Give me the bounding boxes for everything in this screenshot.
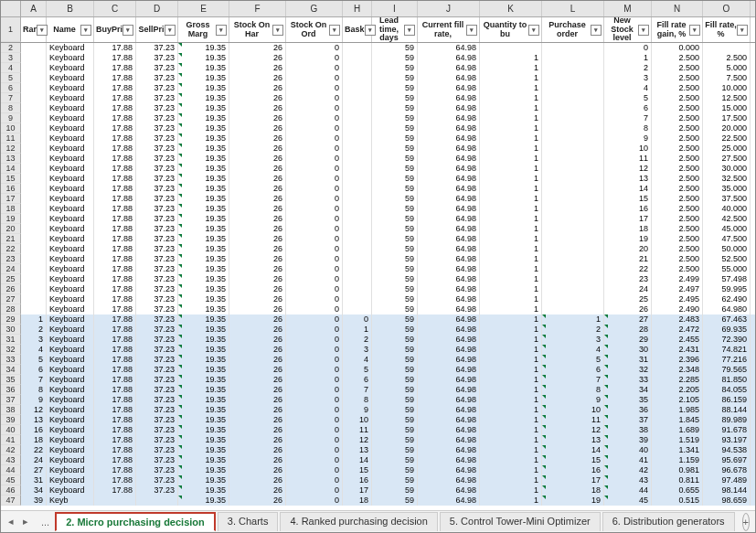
cell[interactable] [21,144,47,154]
cell[interactable] [136,496,178,506]
cell[interactable]: 17 [604,214,652,224]
cell[interactable]: 26 [229,53,286,63]
sheet-tab[interactable]: 6. Distribution generators [602,512,735,531]
row-header[interactable]: 46 [1,485,21,496]
col-header-M[interactable]: M [604,1,652,16]
cell[interactable]: 2.500 [652,224,703,234]
cell[interactable]: 64.98 [418,93,480,103]
cell[interactable]: 1 [480,244,542,254]
cell[interactable]: 37.23 [136,445,178,455]
col-header-L[interactable]: L [542,1,604,16]
cell[interactable]: 17.88 [94,465,136,475]
table-row[interactable]: 291Keyboard17.8837.2319.3526005964.98112… [1,314,755,325]
cell[interactable]: 17.88 [94,294,136,304]
cell[interactable] [542,274,604,284]
row-header[interactable]: 4 [1,63,21,73]
cell[interactable]: 26 [229,375,286,385]
cell[interactable]: Keyboard [47,103,94,113]
cell[interactable]: 1 [480,465,542,475]
cell[interactable]: Keyboard [47,345,94,355]
cell[interactable]: 64.98 [418,435,480,445]
cell[interactable]: 37.23 [136,475,178,485]
cell[interactable]: 0 [286,154,343,164]
cell[interactable]: Keyboard [47,244,94,254]
cell[interactable]: 31 [604,355,652,365]
cell[interactable]: 37.23 [136,325,178,335]
cell[interactable]: 2.483 [652,314,703,325]
cell[interactable]: 19.35 [178,224,229,234]
cell[interactable]: 24 [604,284,652,294]
cell[interactable]: 59 [372,93,418,103]
cell[interactable]: 17.88 [94,244,136,254]
cell[interactable]: 26 [229,284,286,294]
cell[interactable]: 59 [372,133,418,144]
cell[interactable]: 0 [286,63,343,73]
filter-dropdown-icon[interactable] [737,25,748,36]
cell[interactable]: 32.500 [703,174,751,184]
cell[interactable]: 19.35 [178,204,229,214]
cell[interactable]: 19.35 [178,214,229,224]
cell[interactable]: 96.678 [703,465,751,475]
cell[interactable]: 17.88 [94,475,136,485]
cell[interactable]: 95.697 [703,455,751,465]
cell[interactable]: 4 [542,345,604,355]
cell[interactable]: 17.88 [94,375,136,385]
cell[interactable]: 1 [480,154,542,164]
filter-dropdown-icon[interactable] [528,25,539,36]
row-header[interactable]: 9 [1,113,21,123]
cell[interactable]: 64.98 [418,224,480,234]
cell[interactable]: 26 [229,355,286,365]
cell[interactable]: 0 [286,405,343,415]
cell[interactable]: 5.000 [703,63,751,73]
cell[interactable]: 0 [286,244,343,254]
col-header-A[interactable]: A [21,1,47,16]
table-row[interactable]: 4634Keyboard17.8837.2319.35260175964.981… [1,485,755,496]
row-header[interactable]: 21 [1,234,21,244]
cell[interactable]: 25 [604,294,652,304]
cell[interactable]: 0 [286,164,343,174]
filter-dropdown-icon[interactable] [122,25,133,36]
cell[interactable]: 69.935 [703,325,751,335]
cell[interactable] [343,154,372,164]
cell[interactable]: Keyboard [47,43,94,53]
cell[interactable]: 37.23 [136,63,178,73]
cell[interactable] [21,274,47,284]
cell[interactable]: 26 [229,435,286,445]
cell[interactable]: 2.500 [652,63,703,73]
cell[interactable]: 0 [286,133,343,144]
cell[interactable]: 21 [604,254,652,264]
cell[interactable]: 0 [286,224,343,234]
cell[interactable]: 4 [604,83,652,93]
cell[interactable]: 37.23 [136,113,178,123]
cell[interactable] [343,194,372,204]
cell[interactable]: 17.88 [94,435,136,445]
cell[interactable]: 18 [604,224,652,234]
cell[interactable]: 19.35 [178,144,229,154]
cell[interactable]: 16 [343,475,372,485]
cell[interactable]: 37.23 [136,345,178,355]
cell[interactable]: 55.000 [703,264,751,274]
cell[interactable] [542,123,604,133]
row-header[interactable]: 33 [1,355,21,365]
cell[interactable] [343,103,372,113]
cell[interactable]: 64.98 [418,123,480,133]
cell[interactable]: 2.500 [652,73,703,83]
cell[interactable]: 64.98 [418,73,480,83]
cell[interactable]: 35.000 [703,184,751,194]
cell[interactable]: 12 [604,164,652,174]
row-header[interactable]: 19 [1,214,21,224]
cell[interactable]: 26 [229,123,286,133]
cell[interactable]: 29 [604,335,652,345]
cell[interactable]: 2.348 [652,365,703,375]
row-header[interactable]: 36 [1,385,21,395]
row-header[interactable]: 20 [1,224,21,234]
cell[interactable]: 37 [604,415,652,425]
cell[interactable]: 19.35 [178,164,229,174]
cell[interactable]: 0.655 [652,485,703,496]
cell[interactable]: 2.431 [652,345,703,355]
cell[interactable] [343,224,372,234]
cell[interactable]: 0 [286,214,343,224]
cell[interactable]: 37.23 [136,53,178,63]
row-header[interactable]: 2 [1,43,21,53]
cell[interactable]: 0 [286,234,343,244]
